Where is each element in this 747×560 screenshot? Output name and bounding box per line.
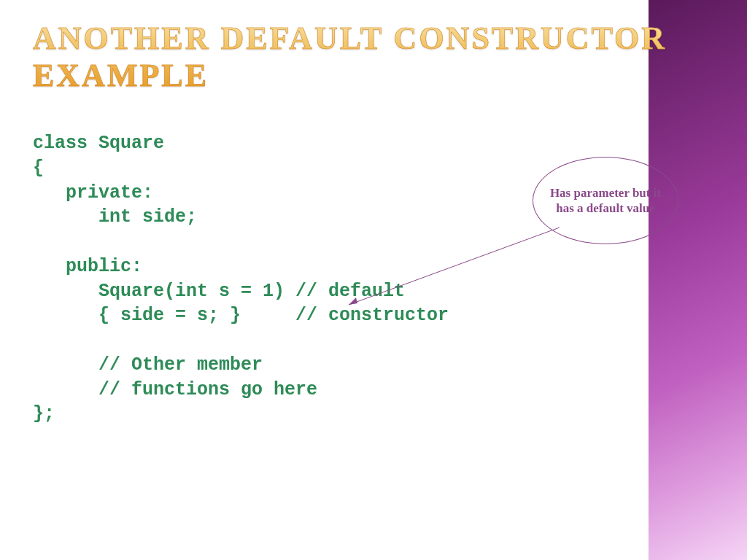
slide-title: ANOTHER DEFAULT CONSTRUCTOR EXAMPLE [33, 20, 747, 94]
callout-text: Has parameter but it has a default value [533, 185, 678, 217]
code-example: class Square { private: int side; public… [33, 131, 449, 427]
annotation-callout: Has parameter but it has a default value [533, 157, 678, 244]
callout-ellipse: Has parameter but it has a default value [533, 157, 678, 244]
